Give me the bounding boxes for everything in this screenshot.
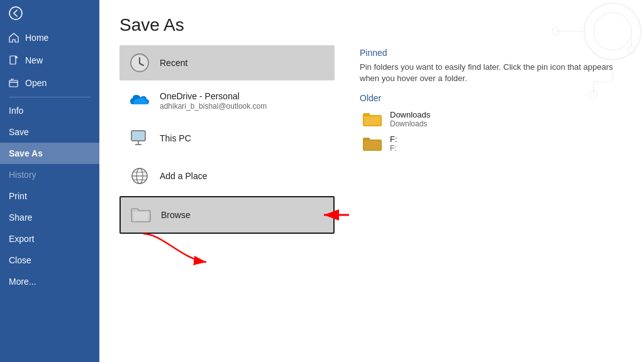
older-title: Older [360,93,629,103]
new-icon [9,55,19,65]
open-icon [9,78,19,88]
svg-rect-1 [10,56,16,64]
location-browse[interactable]: Browse [119,196,335,234]
back-button[interactable] [0,0,99,26]
folders-panel: Pinned Pin folders you want to easily fi… [345,45,644,362]
main-content: Save As Recent [99,0,644,362]
sidebar-item-export[interactable]: Export [0,228,99,250]
home-icon [9,33,19,43]
sidebar-item-new[interactable]: New [0,49,99,72]
sidebar-item-history[interactable]: History [0,164,99,185]
svg-point-0 [9,7,22,19]
sidebar-item-more[interactable]: More... [0,271,99,292]
onedrive-label: OneDrive - Personal [160,91,267,101]
sidebar-item-save-as[interactable]: Save As [0,143,99,164]
pinned-title: Pinned [360,48,629,58]
new-label: New [25,55,43,65]
sidebar-item-open[interactable]: Open [0,72,99,94]
folder-downloads[interactable]: Downloads Downloads [360,107,629,131]
recent-label: Recent [160,58,187,68]
sidebar-item-print[interactable]: Print [0,185,99,207]
sidebar: Home New Open Info Save Save As History … [0,0,99,362]
sidebar-item-close[interactable]: Close [0,250,99,271]
clock-icon [128,52,151,74]
globe-icon [128,165,151,187]
svg-rect-2 [9,80,18,87]
sidebar-item-info[interactable]: Info [0,100,99,121]
open-label: Open [25,78,47,88]
sidebar-item-share[interactable]: Share [0,207,99,228]
sidebar-divider [9,97,91,97]
folder-icon [362,136,382,152]
onedrive-email: adhikari_b_bishal@outlook.com [160,102,267,111]
pinned-description: Pin folders you want to easily find late… [360,62,629,84]
sidebar-item-home[interactable]: Home [0,26,99,49]
location-addplace[interactable]: Add a Place [119,158,335,194]
locations-panel: Recent OneDrive - Personal adhikari_b_bi… [99,45,345,362]
location-onedrive[interactable]: OneDrive - Personal adhikari_b_bishal@ou… [119,83,335,118]
fdrive-path: F: [390,144,397,153]
downloads-path: Downloads [390,119,430,128]
folder-f-drive[interactable]: F: F: [360,131,629,156]
browse-folder-icon [130,204,152,226]
fdrive-name: F: [390,134,397,144]
folder-icon [362,111,382,128]
home-label: Home [25,33,48,43]
browse-label: Browse [161,210,191,220]
computer-icon [128,127,151,150]
addplace-label: Add a Place [160,171,208,181]
downloads-name: Downloads [390,110,430,119]
sidebar-item-save[interactable]: Save [0,121,99,143]
location-thispc[interactable]: This PC [119,121,335,156]
onedrive-icon [128,89,151,112]
thispc-label: This PC [160,133,191,143]
page-title: Save As [99,0,644,45]
svg-rect-19 [132,131,145,140]
location-recent[interactable]: Recent [119,45,335,80]
